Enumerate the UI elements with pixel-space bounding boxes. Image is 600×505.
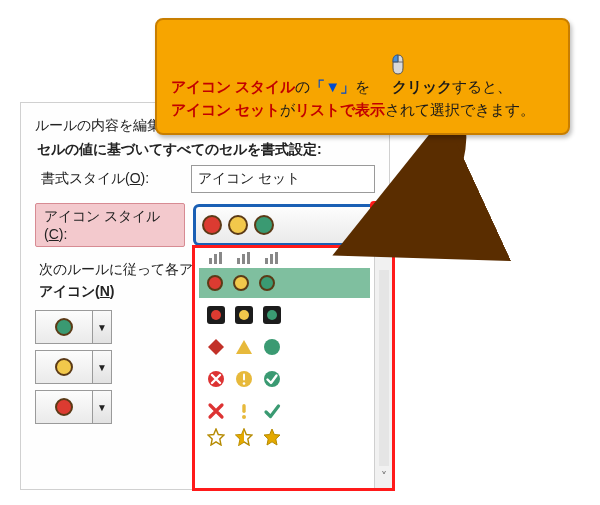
- svg-rect-3: [214, 254, 217, 264]
- square-yellow-icon: [235, 306, 253, 324]
- svg-rect-5: [237, 258, 240, 264]
- bar-icon: [207, 252, 225, 266]
- dropdown-item-marks[interactable]: [199, 396, 370, 426]
- svg-point-13: [264, 339, 280, 355]
- chevron-down-icon: ▼: [380, 219, 391, 231]
- circle-green-icon: [55, 318, 73, 336]
- format-style-select[interactable]: アイコン セット: [191, 165, 375, 193]
- callout-text: アイコン スタイル: [171, 78, 295, 95]
- traffic-yellow-icon: [228, 215, 248, 235]
- check-green-icon: [263, 402, 281, 420]
- icon-style-label: アイコン スタイル(C):: [35, 203, 185, 247]
- icon-style-picker[interactable]: ▼: [195, 206, 375, 244]
- svg-marker-12: [236, 340, 252, 354]
- bar-icon: [235, 252, 253, 266]
- circle-red-icon: [207, 275, 223, 291]
- format-style-row: 書式スタイル(O): アイコン セット: [35, 165, 375, 193]
- dropdown-item-stars[interactable]: [199, 428, 370, 448]
- icon-style-row: アイコン スタイル(C): ▼: [35, 203, 375, 247]
- diamond-red-icon: [207, 338, 225, 356]
- badge-ex-yellow-icon: [235, 370, 253, 388]
- square-green-icon: [263, 306, 281, 324]
- circle-yellow-icon: [233, 275, 249, 291]
- star-half-icon: [235, 428, 253, 446]
- triangle-yellow-icon: [235, 338, 253, 356]
- svg-marker-21: [208, 429, 224, 445]
- icon-slot-3[interactable]: [35, 390, 93, 424]
- badge-x-red-icon: [207, 370, 225, 388]
- circle-green-flat-icon: [263, 338, 281, 356]
- svg-rect-9: [270, 254, 273, 264]
- icon-slot-2-dropdown[interactable]: ▼: [93, 350, 112, 384]
- chevron-down-icon: ▼: [97, 362, 107, 373]
- format-all-cells-label: セルの値に基づいてすべてのセルを書式設定:: [37, 141, 375, 159]
- svg-rect-10: [275, 252, 278, 264]
- dropdown-list-body: [195, 248, 374, 488]
- mouse-icon: [372, 30, 390, 52]
- scroll-up-icon[interactable]: ˄: [381, 252, 387, 266]
- icon-slot-2[interactable]: [35, 350, 93, 384]
- svg-rect-2: [209, 258, 212, 264]
- svg-point-20: [242, 415, 246, 419]
- scroll-track[interactable]: [379, 270, 389, 466]
- svg-rect-6: [242, 254, 245, 264]
- square-red-icon: [207, 306, 225, 324]
- dropdown-item-traffic-circles[interactable]: [199, 268, 370, 298]
- svg-marker-25: [264, 429, 280, 445]
- scroll-down-icon[interactable]: ˅: [381, 470, 387, 484]
- circle-yellow-icon: [55, 358, 73, 376]
- icon-slot-1-dropdown[interactable]: ▼: [93, 310, 112, 344]
- icon-style-dropdown-button[interactable]: ▼: [373, 204, 397, 246]
- svg-marker-11: [208, 339, 224, 355]
- icon-slot-3-dropdown[interactable]: ▼: [93, 390, 112, 424]
- dropdown-item-bars[interactable]: [199, 252, 370, 266]
- chevron-down-icon: ▼: [97, 402, 107, 413]
- circle-red-icon: [55, 398, 73, 416]
- callout-bubble: アイコン スタイルの「▼」を クリックすると、 アイコン セットがリストで表示さ…: [155, 18, 570, 135]
- dropdown-scrollbar[interactable]: ˄ ˅: [374, 248, 392, 488]
- dropdown-item-badges[interactable]: [199, 364, 370, 394]
- icon-slot-1[interactable]: [35, 310, 93, 344]
- dropdown-item-shapes[interactable]: [199, 332, 370, 362]
- star-empty-icon: [207, 428, 225, 446]
- traffic-green-icon: [254, 215, 274, 235]
- svg-rect-19: [242, 404, 245, 413]
- format-style-label: 書式スタイル(O):: [35, 170, 191, 188]
- x-red-icon: [207, 402, 225, 420]
- svg-point-18: [264, 371, 280, 387]
- svg-rect-16: [243, 374, 245, 381]
- svg-rect-7: [247, 252, 250, 264]
- dropdown-item-traffic-squares[interactable]: [199, 300, 370, 330]
- svg-point-17: [243, 382, 246, 385]
- traffic-red-icon: [202, 215, 222, 235]
- bar-icon: [263, 252, 281, 266]
- icon-style-dropdown-list[interactable]: ˄ ˅: [192, 245, 395, 491]
- exclaim-yellow-icon: [235, 402, 253, 420]
- chevron-down-icon: ▼: [97, 322, 107, 333]
- icon-style-preview: [202, 215, 274, 235]
- badge-check-green-icon: [263, 370, 281, 388]
- star-full-icon: [263, 428, 281, 446]
- svg-rect-4: [219, 252, 222, 264]
- circle-green-icon: [259, 275, 275, 291]
- svg-rect-8: [265, 258, 268, 264]
